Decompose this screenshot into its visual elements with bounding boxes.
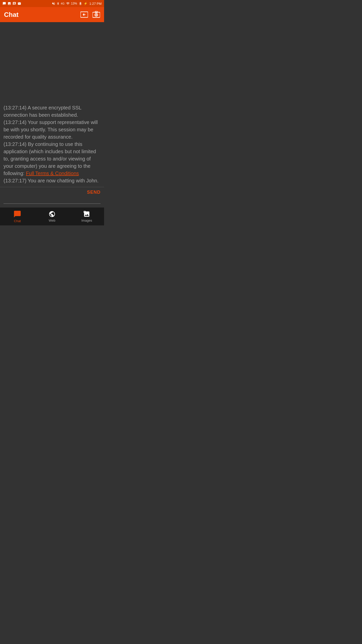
chat-notify-icon [3, 2, 6, 5]
chat-messages: (13:27:14) A secure encrypted SSL connec… [4, 104, 101, 184]
time-display: 1:27 PM [89, 2, 102, 6]
send-button[interactable]: SEND [87, 190, 101, 195]
back-icon [80, 11, 88, 18]
chat2-notify-icon [13, 2, 16, 5]
nav-item-images[interactable]: Images [69, 211, 104, 222]
header-title: Chat [4, 11, 19, 19]
nav-label-chat: Chat [14, 219, 21, 223]
message-1: (13:27:14) A secure encrypted SSL connec… [4, 105, 81, 118]
status-icons-left [3, 2, 21, 5]
send-row: SEND [4, 190, 101, 195]
chat-area: (13:27:14) A secure encrypted SSL connec… [0, 22, 104, 187]
bluetooth-icon [57, 2, 60, 5]
images-nav-icon [83, 211, 90, 218]
bottom-nav: Chat Web Images [0, 207, 104, 225]
nav-item-web[interactable]: Web [35, 211, 69, 222]
header-actions [80, 11, 100, 18]
image-notify-icon [8, 2, 11, 5]
nav-label-images: Images [81, 219, 92, 222]
terms-link[interactable]: Full Terms & Conditions [26, 171, 79, 176]
message-4: (13:27:17) You are now chatting with Joh… [4, 178, 99, 183]
input-underline [4, 204, 101, 204]
nav-label-web: Web [49, 219, 56, 222]
input-area: SEND [0, 187, 104, 207]
battery-icon [78, 2, 82, 5]
battery-percent: 13% [71, 2, 77, 5]
web-nav-icon [49, 211, 56, 218]
status-bar: 4G 13% ⚡ 1:27 PM [0, 0, 104, 7]
status-right: 4G 13% ⚡ 1:27 PM [52, 2, 102, 6]
charging-icon: ⚡ [84, 2, 87, 5]
camera-icon [93, 11, 100, 18]
chat-nav-icon [13, 210, 21, 218]
mute-icon [52, 2, 55, 5]
mail-notify-icon [18, 2, 21, 5]
back-button[interactable] [80, 11, 88, 18]
signal-icon [66, 2, 70, 5]
message-2: (13:27:14) Your support representative w… [4, 119, 98, 140]
svg-point-3 [96, 14, 97, 16]
network-label: 4G [61, 2, 65, 5]
camera-button[interactable] [93, 11, 100, 18]
message-input[interactable] [4, 196, 101, 201]
nav-item-chat[interactable]: Chat [0, 210, 35, 223]
app-header: Chat [0, 7, 104, 22]
